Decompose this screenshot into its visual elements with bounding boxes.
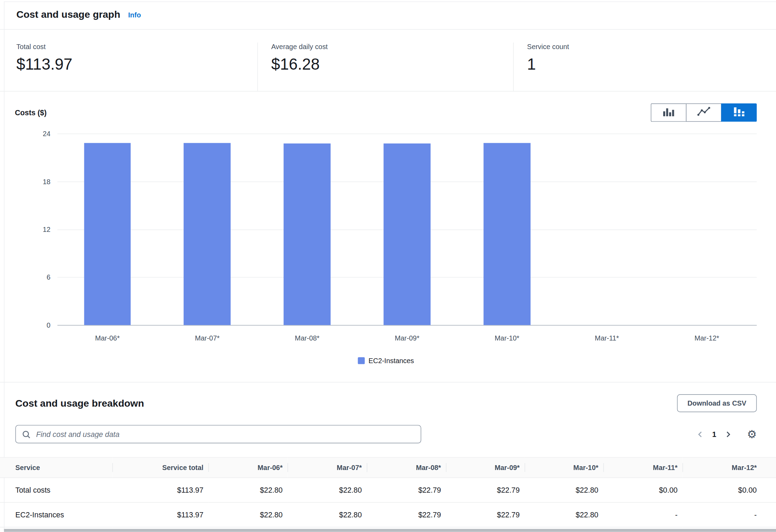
gridline <box>57 325 757 326</box>
horizontal-scrollbar[interactable] <box>4 529 776 532</box>
stat-value: 1 <box>527 55 760 74</box>
page-title: Cost and usage graph <box>16 9 120 21</box>
value-cell: $22.80 <box>288 502 367 527</box>
service-cell: Total costs <box>0 478 112 502</box>
gear-icon: ⚙ <box>747 428 757 440</box>
bar-slot <box>257 134 357 325</box>
bar-mar-08[interactable] <box>284 143 331 325</box>
legend-swatch <box>358 357 365 364</box>
column-header: Mar-06* <box>208 457 287 478</box>
previous-page-button[interactable] <box>692 428 708 440</box>
value-cell: $22.80 <box>208 502 287 527</box>
bar-mar-10[interactable] <box>483 143 530 325</box>
download-csv-button[interactable]: Download as CSV <box>677 394 757 412</box>
legend-label: EC2-Instances <box>368 357 414 365</box>
table-row: EC2-Instances$113.97$22.80$22.80$22.79$2… <box>0 502 776 527</box>
bar-mar-06[interactable] <box>84 143 131 325</box>
table-header-row: ServiceService totalMar-06*Mar-07*Mar-08… <box>0 457 776 478</box>
value-cell: - <box>603 502 682 527</box>
column-header: Mar-08* <box>367 457 446 478</box>
stacked-bar-icon <box>732 107 745 119</box>
table-settings-button[interactable]: ⚙ <box>747 429 757 439</box>
y-tick-label: 0 <box>47 321 51 329</box>
search-box[interactable] <box>15 425 421 444</box>
x-tick-label: Mar-12* <box>657 334 757 342</box>
bar-slot <box>357 134 457 325</box>
value-cell: $22.80 <box>288 478 367 502</box>
stat-label: Total cost <box>16 42 257 50</box>
bar-mar-07[interactable] <box>184 143 231 325</box>
table-row: Total costs$113.97$22.80$22.80$22.79$22.… <box>0 478 776 502</box>
value-cell: $22.79 <box>446 478 525 502</box>
chart-type-toggle <box>651 103 757 122</box>
x-tick-label: Mar-09* <box>357 334 457 342</box>
column-header: Mar-12* <box>683 457 776 478</box>
bar-chart-view-button[interactable] <box>651 103 686 122</box>
breakdown-title: Cost and usage breakdown <box>15 398 144 409</box>
table-controls: 1 ⚙ <box>0 425 776 444</box>
current-page[interactable]: 1 <box>708 430 720 438</box>
chart-body: 24181260 <box>15 134 757 325</box>
y-axis-labels: 24181260 <box>15 134 51 325</box>
info-link[interactable]: Info <box>128 11 141 19</box>
y-tick-label: 6 <box>47 273 51 281</box>
value-cell: $22.80 <box>525 478 603 502</box>
x-tick-label: Mar-07* <box>157 334 257 342</box>
value-cell: - <box>683 502 776 527</box>
bar-mar-09[interactable] <box>383 143 430 325</box>
stacked-bar-view-button[interactable] <box>721 103 756 122</box>
stat-label: Service count <box>527 42 760 50</box>
value-cell: $0.00 <box>603 478 682 502</box>
summary-stats: Total cost $113.97 Average daily cost $1… <box>0 30 776 92</box>
table-body: Total costs$113.97$22.80$22.80$22.79$22.… <box>0 478 776 527</box>
stat-value: $16.28 <box>271 55 513 74</box>
value-cell: $22.79 <box>446 502 525 527</box>
chart-header: Costs ($) <box>15 103 757 122</box>
value-cell: $22.80 <box>525 502 603 527</box>
bar-slot <box>457 134 557 325</box>
value-cell: $113.97 <box>112 502 209 527</box>
next-page-button[interactable] <box>720 428 736 440</box>
chart-section: Costs ($) <box>0 92 776 383</box>
bar-slot <box>657 134 757 325</box>
search-icon <box>22 430 31 439</box>
x-tick-label: Mar-10* <box>457 334 557 342</box>
panel-top-border <box>4 1 776 2</box>
value-cell: $113.97 <box>112 478 209 502</box>
bar-slot <box>157 134 257 325</box>
y-axis-title: Costs ($) <box>15 108 47 117</box>
stat-total-cost: Total cost $113.97 <box>16 42 257 91</box>
value-cell: $22.79 <box>367 478 446 502</box>
line-chart-icon <box>697 107 710 119</box>
stat-average-daily-cost: Average daily cost $16.28 <box>257 42 513 91</box>
cost-explorer-panel: Cost and usage graph Info Total cost $11… <box>0 0 776 532</box>
bars-row <box>57 134 757 325</box>
chart-legend[interactable]: EC2-Instances <box>15 357 757 365</box>
chevron-left-icon <box>696 430 704 438</box>
column-header: Service total <box>112 457 209 478</box>
bar-chart-icon <box>662 107 675 119</box>
chart-plot <box>57 134 757 325</box>
search-input[interactable] <box>35 429 415 439</box>
x-tick-label: Mar-11* <box>557 334 657 342</box>
column-header: Service <box>0 457 112 478</box>
chevron-right-icon <box>724 430 732 438</box>
line-chart-view-button[interactable] <box>686 103 722 122</box>
bar-slot <box>57 134 157 325</box>
column-header: Mar-10* <box>525 457 603 478</box>
panel-left-border <box>4 1 4 529</box>
breakdown-header: Cost and usage breakdown Download as CSV <box>0 394 776 412</box>
breakdown-section: Cost and usage breakdown Download as CSV <box>0 382 776 527</box>
stat-service-count: Service count 1 <box>513 42 760 91</box>
pagination: 1 ⚙ <box>692 428 757 440</box>
value-cell: $22.79 <box>367 502 446 527</box>
x-tick-label: Mar-06* <box>57 334 157 342</box>
stat-label: Average daily cost <box>271 42 513 50</box>
column-header: Mar-07* <box>288 457 367 478</box>
value-cell: $22.80 <box>208 478 287 502</box>
service-cell: EC2-Instances <box>0 502 112 527</box>
breakdown-table: ServiceService totalMar-06*Mar-07*Mar-08… <box>0 457 776 527</box>
x-tick-label: Mar-08* <box>257 334 357 342</box>
stat-value: $113.97 <box>16 55 257 74</box>
y-tick-label: 24 <box>43 130 51 138</box>
